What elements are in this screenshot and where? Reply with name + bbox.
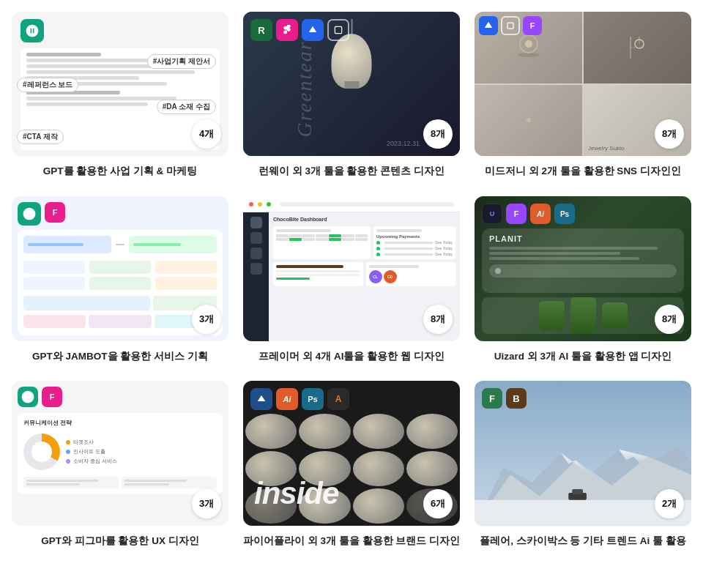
card7-thumbnail: F 커뮤니케이션 전략 타겟조사 인사이트 도출 (12, 381, 228, 525)
firefly-sail-icon (250, 388, 272, 410)
card4-badge: 3개 (192, 305, 221, 334)
card8-title: 파이어플라이 외 3개 툴을 활용한 브랜드 디자인 (243, 535, 460, 548)
card6-badge: 8개 (655, 305, 684, 334)
gpt-icon3 (18, 387, 38, 407)
card2-tool-icons: R (250, 19, 349, 41)
skybox-icon: B (506, 388, 527, 409)
figma-icon4: F (506, 204, 527, 224)
figma-icon2: F (523, 16, 542, 35)
crop-icon2 (501, 16, 520, 35)
runway-icon: R (250, 19, 272, 41)
card-ux[interactable]: F 커뮤니케이션 전략 타겟조사 인사이트 도출 (12, 381, 228, 548)
svg-point-11 (527, 118, 531, 122)
figma-icon (276, 19, 298, 41)
inside-text: inside (254, 476, 338, 511)
card-jambot[interactable]: F (12, 196, 228, 363)
chart-label-3: 소비자 중심 서비스 (66, 458, 117, 465)
ai-icon: Ai (530, 204, 551, 224)
figma-icon3: F (45, 202, 65, 223)
card2-title: 런웨이 외 3개 툴을 활용한 콘텐츠 디자인 (258, 165, 445, 179)
card-firefly[interactable]: Ai Ps A inside 6개 파이어플라이 외 (243, 381, 460, 548)
cell1: F (475, 12, 582, 83)
cell2 (584, 12, 691, 83)
card3-title: 미드저니 외 2개 툴을 활용한 SNS 디자인인 (485, 165, 681, 179)
card-uizard[interactable]: U F Ai Ps PLANIT (475, 196, 691, 363)
card1-title: GPT를 활용한 사업 기획 & 마케팅 (43, 165, 197, 179)
upcoming-payments: Upcoming Payments (376, 234, 453, 239)
tag-da: #DA 소재 수집 (157, 100, 216, 114)
card1-thumbnail: #사업기획 제안서 #레퍼런스 보드 #DA 소재 수집 #CTA 제작 4개 (12, 12, 228, 156)
card7-title: GPT와 피그마를 활용한 UX 디자인 (41, 535, 199, 548)
svg-rect-19 (572, 489, 583, 494)
tag-cta: #CTA 제작 (17, 130, 64, 144)
card2-thumbnail: R (243, 12, 460, 156)
card-flare[interactable]: F B (475, 381, 691, 548)
card9-thumbnail: F B (475, 381, 691, 525)
card9-badge: 2개 (655, 489, 684, 518)
card4-title: GPT와 JAMBOT을 활용한 서비스 기획 (32, 350, 208, 364)
tag-proposal: #사업기획 제안서 (147, 54, 216, 69)
ai-icon2: Ai (276, 388, 298, 410)
card8-thumbnail: Ai Ps A inside 6개 (243, 381, 460, 525)
card3-thumbnail: F (475, 12, 691, 156)
card-framer[interactable]: ChocoBite Dashboard (243, 196, 460, 363)
svg-rect-0 (335, 26, 341, 33)
firefly-icon: A (327, 388, 349, 410)
card4-thumbnail: F (12, 196, 228, 340)
chart-label-2: 인사이트 도출 (66, 448, 117, 455)
card8-badge: 6개 (423, 489, 453, 518)
figma-icon5: F (42, 387, 62, 407)
planit-title: PLANIT (489, 234, 677, 243)
gpt-icon2 (18, 202, 41, 226)
card9-title: 플레어, 스카이박스 등 기타 트렌드 Ai 툴 활용 (480, 535, 686, 548)
ps-icon2: Ps (302, 388, 324, 410)
flare-icon: F (482, 388, 502, 409)
ps-icon: Ps (554, 204, 575, 224)
comm-title: 커뮤니케이션 전략 (23, 419, 217, 427)
card-grid: #사업기획 제안서 #레퍼런스 보드 #DA 소재 수집 #CTA 제작 4개 … (12, 12, 691, 548)
gpt-icon (21, 19, 44, 42)
svg-point-2 (518, 53, 540, 57)
tag-reference: #레퍼런스 보드 (17, 78, 78, 92)
card5-badge: 8개 (423, 305, 453, 334)
cell3 (475, 85, 582, 157)
crop-icon (327, 19, 349, 41)
chart-label-1: 타겟조사 (66, 439, 117, 446)
card7-badge: 3개 (192, 489, 221, 518)
mj-icon (479, 16, 498, 35)
svg-point-4 (525, 40, 532, 48)
card6-title: Uizard 외 3개 AI 툴을 활용한 앱 디자인 (494, 350, 672, 364)
card6-thumbnail: U F Ai Ps PLANIT (475, 196, 691, 340)
dashboard-title: ChocoBite Dashboard (273, 217, 327, 222)
card-midjourney[interactable]: F (475, 12, 691, 179)
card-runway[interactable]: R (243, 12, 460, 179)
uizard-icon: U (482, 204, 502, 224)
svg-rect-1 (507, 23, 513, 29)
sail-icon (302, 19, 324, 41)
card5-thumbnail: ChocoBite Dashboard (243, 196, 460, 340)
card-gpt-marketing[interactable]: #사업기획 제안서 #레퍼런스 보드 #DA 소재 수집 #CTA 제작 4개 … (12, 12, 228, 179)
card5-title: 프레이머 외 4개 AI툴을 활용한 웹 디자인 (258, 350, 445, 364)
